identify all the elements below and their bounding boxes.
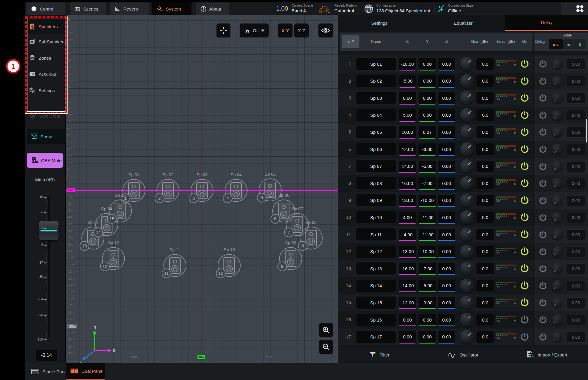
y-field[interactable]: -7.00	[419, 177, 436, 190]
solo-clear-button[interactable]: Solo Clear	[25, 109, 65, 122]
x-field[interactable]: 12.00	[399, 143, 416, 156]
on-button[interactable]	[520, 315, 530, 325]
zoom-in-button[interactable]	[319, 323, 333, 337]
gain-knob[interactable]	[460, 193, 474, 207]
name-field[interactable]: Sp 04	[356, 109, 396, 121]
delay-knob[interactable]	[552, 280, 563, 291]
x-field[interactable]: -13.00	[399, 246, 416, 258]
delay-knob[interactable]	[552, 93, 563, 103]
name-field[interactable]: Sp 09	[356, 194, 396, 206]
column-header-on[interactable]: On	[517, 33, 532, 51]
speaker-marker[interactable]: 3	[185, 178, 219, 211]
delay-on-button[interactable]	[539, 94, 547, 102]
z-field[interactable]: 0.00	[438, 126, 455, 139]
delay-field[interactable]: 0.00	[567, 263, 585, 274]
delay-field[interactable]: 0.00	[567, 178, 585, 189]
z-field[interactable]: 0.00	[438, 314, 455, 326]
delay-on-button[interactable]	[539, 111, 547, 120]
delay-on-button[interactable]	[539, 77, 547, 86]
delay-field[interactable]: 0.00	[567, 59, 585, 70]
gain-field[interactable]: 0.0	[476, 109, 494, 121]
gain-field[interactable]: 0.0	[476, 246, 494, 257]
on-button[interactable]	[520, 110, 530, 120]
delay-on-button[interactable]	[539, 196, 547, 205]
tab-delay[interactable]: Delay	[505, 15, 588, 31]
fullscreen-button[interactable]	[561, 2, 588, 15]
z-field[interactable]: 0.00	[438, 161, 455, 173]
delay-field[interactable]: 0.00	[567, 127, 585, 138]
delay-on-button[interactable]	[539, 179, 547, 188]
name-field[interactable]: Sp 15	[356, 297, 396, 309]
gain-knob[interactable]	[460, 262, 474, 275]
tab-equalizer[interactable]: Equalizer	[422, 15, 505, 31]
delay-on-button[interactable]	[539, 60, 547, 68]
gain-knob[interactable]	[460, 279, 474, 293]
zoom-out-button[interactable]	[319, 340, 333, 354]
x-field[interactable]: 10.00	[399, 126, 416, 139]
tab-settings[interactable]: Settings	[338, 15, 421, 31]
z-field[interactable]: 0.00	[438, 143, 455, 156]
delay-on-button[interactable]	[539, 333, 547, 341]
y-field[interactable]: -11.00	[419, 212, 436, 224]
x-field[interactable]: 0.00	[399, 331, 416, 344]
z-field[interactable]: 0.00	[438, 92, 455, 105]
name-field[interactable]: Sp 17	[356, 331, 396, 343]
column-header-level[interactable]: Level (dB)	[492, 33, 520, 51]
gain-knob[interactable]	[460, 57, 474, 71]
name-field[interactable]: Sp 03	[356, 92, 396, 104]
column-header-z[interactable]: Z	[439, 33, 454, 51]
x-field[interactable]: 0.00	[399, 314, 416, 326]
x-field[interactable]: 13.00	[399, 195, 416, 207]
speaker-marker[interactable]: 15	[104, 199, 137, 232]
z-field[interactable]: 0.00	[438, 229, 455, 241]
single-pane-tab[interactable]: Single Pane	[28, 363, 70, 380]
on-button[interactable]	[520, 298, 530, 307]
delay-field[interactable]: 0.00	[567, 281, 585, 291]
delay-knob[interactable]	[552, 297, 563, 308]
scale-unit-ft[interactable]: ft	[574, 39, 586, 49]
y-field[interactable]: -5.00	[419, 280, 436, 292]
z-field[interactable]: 0.00	[438, 177, 455, 190]
delay-knob[interactable]	[552, 110, 563, 121]
speaker-map[interactable]: Sp 011Sp 022Sp 033Sp 044Sp 055Sp 066Sp 0…	[66, 15, 338, 363]
z-field[interactable]: 0.00	[438, 195, 455, 207]
delay-field[interactable]: 0.00	[567, 144, 585, 155]
on-button[interactable]	[520, 59, 530, 69]
delay-on-button[interactable]	[539, 264, 547, 273]
delay-field[interactable]: 0.00	[567, 212, 585, 223]
name-field[interactable]: Sp 05	[356, 126, 396, 138]
on-button[interactable]	[520, 247, 530, 256]
delay-knob[interactable]	[552, 314, 563, 325]
delay-on-button[interactable]	[539, 162, 547, 171]
column-header-gain[interactable]: Gain (dB)	[466, 33, 493, 51]
delay-field[interactable]: 0.00	[567, 93, 585, 104]
delay-knob[interactable]	[552, 212, 563, 223]
scale-unit-ms[interactable]: ms	[549, 39, 563, 49]
gain-knob[interactable]	[460, 125, 474, 139]
gain-knob[interactable]	[460, 91, 474, 105]
z-field[interactable]: 0.00	[438, 263, 455, 275]
visibility-button[interactable]	[318, 24, 333, 37]
gain-knob[interactable]	[460, 142, 474, 156]
x-field[interactable]: 14.00	[399, 161, 416, 173]
gain-field[interactable]: 0.0	[476, 331, 494, 343]
sidebar-item-settings[interactable]: Settings	[25, 83, 65, 98]
name-field[interactable]: Sp 14	[356, 280, 396, 292]
y-field[interactable]: -11.00	[419, 229, 436, 241]
tab-reverb[interactable]: Reverb	[110, 2, 149, 15]
name-field[interactable]: Sp 02	[356, 75, 396, 87]
z-field[interactable]: 0.00	[438, 212, 455, 224]
sidebar-item-aux-out[interactable]: AUX Out	[25, 66, 65, 82]
monitor-select-button[interactable]: Off	[240, 24, 269, 37]
name-field[interactable]: Sp 12	[356, 246, 396, 258]
delay-on-button[interactable]	[539, 281, 547, 290]
on-button[interactable]	[520, 93, 530, 103]
gain-field[interactable]: 0.0	[476, 195, 494, 206]
delay-knob[interactable]	[552, 161, 563, 172]
x-field[interactable]: -14.00	[399, 280, 416, 292]
on-button[interactable]	[520, 212, 530, 222]
delay-on-button[interactable]	[539, 230, 547, 239]
on-button[interactable]	[520, 230, 530, 239]
gain-field[interactable]: 0.0	[476, 229, 494, 240]
name-field[interactable]: Sp 16	[356, 314, 396, 326]
